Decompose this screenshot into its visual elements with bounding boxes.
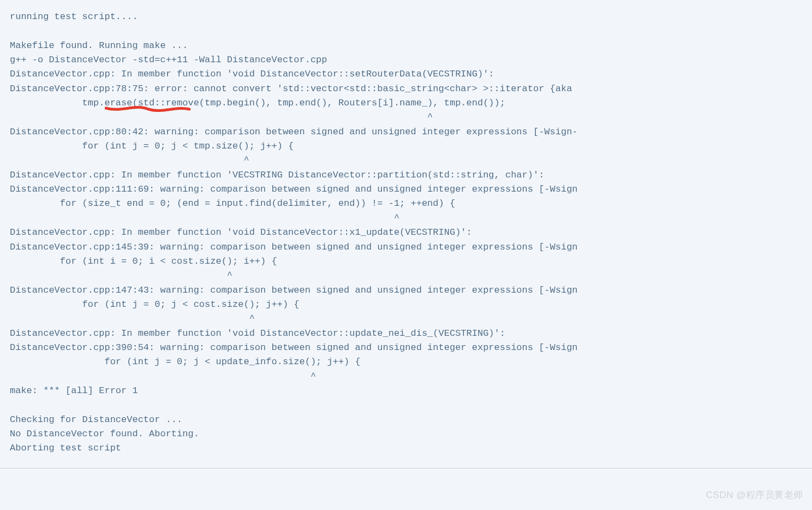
compiler-output: running test script.... Makefile found. … [0, 0, 812, 461]
watermark: CSDN @程序员黄老师 [706, 488, 803, 502]
divider [0, 468, 812, 469]
